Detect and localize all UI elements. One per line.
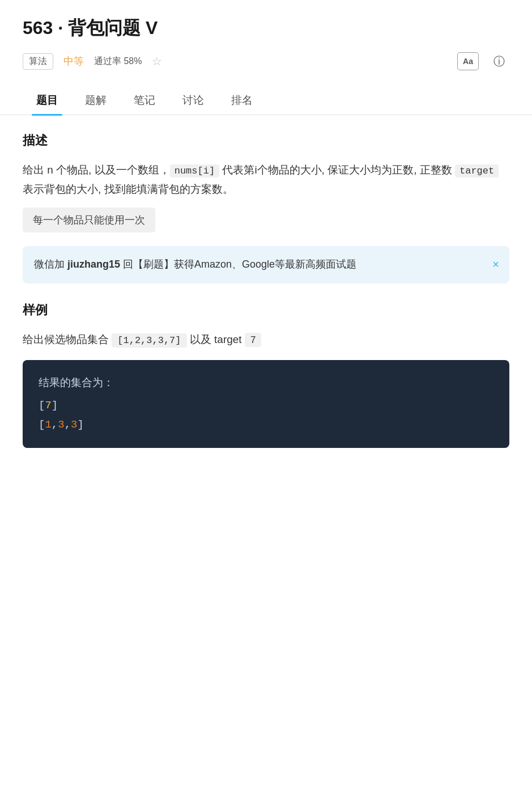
header: 563 · 背包问题 V 算法 中等 通过率 58% ☆ Aa ⓘ	[0, 0, 532, 71]
desc-part3: 表示背包的大小, 找到能填满背包的方案数。	[23, 183, 233, 195]
note-box: 每一个物品只能使用一次	[23, 208, 155, 232]
favorite-icon[interactable]: ☆	[152, 54, 162, 68]
code-label: 结果的集合为：	[39, 374, 493, 393]
desc-part1: 给出 n 个物品, 以及一个数组，	[23, 164, 170, 176]
sample-target-val: 7	[245, 333, 261, 347]
translate-icon[interactable]: Aa	[457, 52, 479, 70]
alert-icon[interactable]: ⓘ	[489, 51, 509, 71]
tab-discuss[interactable]: 讨论	[169, 85, 218, 115]
description-title: 描述	[23, 132, 509, 149]
bracket-close-1: ]	[52, 399, 58, 412]
bracket-open-1: [	[39, 399, 45, 412]
pass-rate: 通过率 58%	[94, 56, 142, 67]
promo-box: 微信加 jiuzhang15 回【刷题】获得Amazon、Google等最新高频…	[23, 246, 509, 284]
sample-section: 样例 给出候选物品集合 [1,2,3,3,7] 以及 target 7 结果的集…	[23, 302, 509, 448]
comma-1: ,	[52, 418, 58, 431]
tab-rank[interactable]: 排名	[218, 85, 266, 115]
nums-code: nums[i]	[170, 164, 219, 177]
bracket-open-2: [	[39, 418, 45, 431]
sample-text-1: 给出候选物品集合	[23, 333, 109, 345]
promo-close-button[interactable]: ×	[492, 255, 499, 274]
code-num-3a: 3	[58, 418, 64, 431]
main-content: 描述 给出 n 个物品, 以及一个数组，nums[i] 代表第i个物品的大小, …	[0, 115, 532, 448]
code-block: 结果的集合为： [7] [1,3,3]	[23, 360, 509, 448]
sample-title: 样例	[23, 302, 509, 319]
code-line-2: [1,3,3]	[39, 415, 493, 434]
tab-notes[interactable]: 笔记	[120, 85, 169, 115]
sample-text-2: 以及 target	[190, 333, 242, 345]
comma-2: ,	[65, 418, 71, 431]
algo-tag: 算法	[23, 53, 53, 70]
difficulty-badge: 中等	[63, 54, 84, 68]
description-body: 给出 n 个物品, 以及一个数组，nums[i] 代表第i个物品的大小, 保证大…	[23, 160, 509, 198]
meta-row: 算法 中等 通过率 58% ☆ Aa ⓘ	[23, 51, 509, 71]
tab-problem[interactable]: 题目	[23, 85, 71, 115]
target-code-1: target	[455, 164, 499, 177]
sample-description: 给出候选物品集合 [1,2,3,3,7] 以及 target 7	[23, 330, 509, 349]
code-line-1: [7]	[39, 396, 493, 415]
sample-items-tag: [1,2,3,3,7]	[112, 333, 186, 348]
promo-text-1: 微信加	[34, 259, 67, 270]
desc-part2: 代表第i个物品的大小, 保证大小均为正数, 正整数	[219, 164, 455, 176]
tab-bar: 题目 题解 笔记 讨论 排名	[0, 85, 532, 115]
page-title: 563 · 背包问题 V	[23, 16, 158, 41]
code-num-1: 1	[45, 418, 51, 431]
bracket-close-2: ]	[77, 418, 83, 431]
code-num-3b: 3	[71, 418, 77, 431]
promo-username: jiuzhang15	[67, 259, 120, 270]
title-row: 563 · 背包问题 V	[23, 16, 509, 41]
code-num-7: 7	[45, 399, 51, 412]
promo-text-2: 回【刷题】获得Amazon、Google等最新高频面试题	[120, 259, 356, 270]
tab-solution[interactable]: 题解	[71, 85, 120, 115]
